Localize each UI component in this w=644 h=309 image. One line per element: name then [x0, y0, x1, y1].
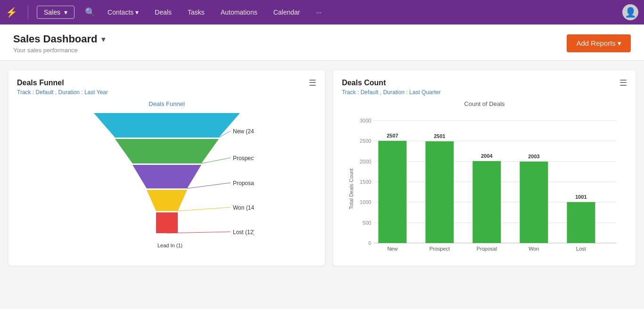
svg-text:Lead In (1): Lead In (1)	[157, 243, 182, 248]
svg-text:2000: 2000	[360, 159, 371, 164]
bar-chart-wrapper: Total Deals Count 3000 2500 2000 1500	[342, 111, 627, 259]
sales-dropdown[interactable]: Sales ▾	[37, 6, 74, 19]
funnel-card-title: Deals Funnel	[17, 79, 108, 87]
deals-count-menu-icon[interactable]: ☰	[619, 78, 627, 88]
bar-won	[520, 162, 548, 243]
nav-automations[interactable]: Automations	[217, 7, 261, 18]
svg-text:Won: Won	[528, 246, 539, 252]
svg-text:0: 0	[368, 240, 371, 246]
avatar[interactable]: 👤	[622, 4, 638, 20]
deals-count-subtitle: Track : Default , Duration : Last Quarte…	[342, 89, 441, 96]
svg-text:1000: 1000	[360, 199, 371, 205]
svg-text:New: New	[388, 246, 398, 252]
page-subtitle: Your sales performance	[13, 47, 105, 54]
nav-calendar[interactable]: Calendar	[270, 7, 304, 18]
svg-marker-0	[94, 113, 240, 138]
bar-prospect	[426, 141, 454, 243]
chevron-down-icon: ▾	[64, 8, 67, 16]
svg-text:Total Deals Count: Total Deals Count	[349, 169, 355, 210]
bar-proposal	[473, 161, 501, 243]
page-header: Sales Dashboard ▾ Your sales performance…	[0, 24, 644, 61]
sales-label: Sales	[44, 8, 60, 16]
svg-text:Lost (12): Lost (12)	[233, 229, 254, 236]
svg-text:2507: 2507	[387, 133, 398, 138]
svg-text:Prospect (10): Prospect (10)	[233, 155, 254, 162]
svg-line-7	[187, 183, 231, 188]
app-logo: ⚡	[6, 7, 17, 18]
chevron-down-icon: ▾	[135, 8, 139, 16]
svg-line-10	[178, 207, 231, 211]
nav-contacts[interactable]: Contacts ▾	[104, 7, 142, 18]
svg-line-4	[201, 158, 231, 163]
svg-text:2003: 2003	[528, 154, 539, 159]
page-title: Sales Dashboard ▾	[13, 33, 105, 45]
svg-text:New (24): New (24)	[233, 128, 254, 135]
deals-count-card: Deals Count Track : Default , Duration :…	[333, 70, 636, 266]
svg-text:Lost: Lost	[576, 246, 586, 252]
svg-text:2501: 2501	[434, 133, 445, 139]
funnel-chart-title: Deals Funnel	[17, 100, 316, 107]
svg-marker-3	[115, 139, 219, 163]
funnel-menu-icon[interactable]: ☰	[309, 78, 316, 88]
nav-deals[interactable]: Deals	[151, 7, 175, 18]
svg-text:1001: 1001	[575, 194, 586, 200]
bar-lost	[567, 202, 595, 243]
nav-tasks[interactable]: Tasks	[184, 7, 208, 18]
svg-text:2500: 2500	[360, 138, 371, 144]
funnel-card-subtitle: Track : Default , Duration : Last Year	[17, 89, 108, 96]
nav-divider	[28, 5, 28, 19]
bar-chart-svg: Total Deals Count 3000 2500 2000 1500	[342, 111, 627, 257]
svg-text:Won (14): Won (14)	[233, 204, 254, 211]
nav-more[interactable]: ···	[313, 7, 326, 18]
chevron-down-icon[interactable]: ▾	[101, 35, 105, 44]
funnel-svg: New (24) Prospect (10) Proposal (14) Won…	[80, 113, 254, 259]
main-content: Deals Funnel Track : Default , Duration …	[0, 61, 644, 275]
search-icon[interactable]: 🔍	[85, 7, 95, 17]
deals-count-title: Deals Count	[342, 79, 441, 87]
add-reports-button[interactable]: Add Reports ▾	[567, 34, 631, 52]
svg-text:Prospect: Prospect	[429, 246, 450, 252]
page-title-block: Sales Dashboard ▾ Your sales performance	[13, 33, 105, 54]
svg-marker-9	[147, 190, 187, 211]
svg-text:2004: 2004	[481, 153, 493, 159]
svg-text:Proposal: Proposal	[477, 246, 497, 252]
deals-funnel-card: Deals Funnel Track : Default , Duration …	[8, 70, 325, 266]
svg-text:3000: 3000	[360, 118, 371, 123]
svg-text:500: 500	[363, 220, 371, 226]
user-avatar-icon: 👤	[625, 7, 636, 18]
bar-new	[379, 141, 407, 243]
svg-text:Proposal (14): Proposal (14)	[233, 180, 254, 187]
svg-marker-12	[156, 212, 178, 233]
svg-marker-6	[132, 165, 201, 188]
deals-count-chart-title: Count of Deals	[342, 100, 627, 107]
funnel-svg-wrapper: New (24) Prospect (10) Proposal (14) Won…	[17, 113, 316, 259]
navbar: ⚡ Sales ▾ 🔍 Contacts ▾ Deals Tasks Autom…	[0, 0, 644, 24]
svg-text:1500: 1500	[360, 179, 371, 185]
